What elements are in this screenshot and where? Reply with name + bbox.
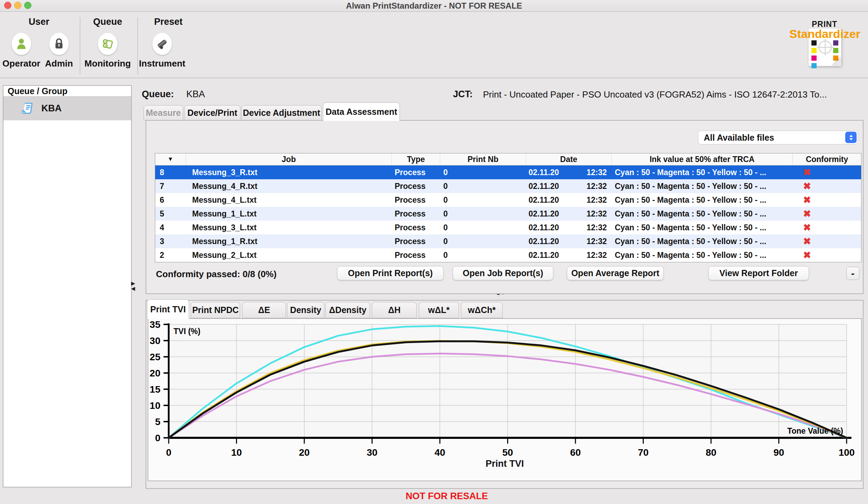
- svg-text:80: 80: [706, 447, 716, 458]
- tvi-chart-panel: 051015202530350102030405060708090100TVI …: [148, 318, 862, 481]
- open-average-report-button[interactable]: Open Average Report: [567, 266, 664, 280]
- collapse-table-button[interactable]: -: [846, 267, 859, 280]
- type-column-header[interactable]: Type: [392, 153, 440, 165]
- svg-text:90: 90: [773, 447, 784, 458]
- admin-label: Admin: [45, 58, 73, 69]
- svg-text:15: 15: [150, 384, 160, 395]
- admin-oval: [49, 32, 69, 55]
- view-report-folder-button[interactable]: View Report Folder: [708, 266, 809, 280]
- table-row[interactable]: 6Messung_4_L.txtProcess002.11.2012:32Cya…: [155, 193, 861, 207]
- monitoring-button[interactable]: Monitoring: [78, 32, 137, 69]
- open-print-reports-button[interactable]: Open Print Report(s): [337, 266, 444, 280]
- svg-text:20: 20: [299, 447, 309, 458]
- fail-icon: ✖: [803, 208, 811, 219]
- date-cell: 02.11.2012:32: [526, 179, 612, 193]
- tab-w-delta-l[interactable]: wΔL*: [419, 302, 459, 318]
- tab-delta-density[interactable]: ΔDensity: [325, 302, 370, 318]
- date-cell: 02.11.2012:32: [526, 193, 612, 207]
- select-stepper-icon: [845, 132, 857, 143]
- tab-delta-h[interactable]: ΔH: [372, 302, 417, 318]
- tab-w-delta-ch[interactable]: wΔCh*: [461, 302, 503, 318]
- row-number: 8: [155, 165, 186, 179]
- svg-text:20: 20: [150, 368, 160, 379]
- window-title: Alwan PrintStandardizer - NOT FOR RESALE: [0, 0, 868, 11]
- job-name: Messung_1_R.txt: [186, 234, 392, 248]
- conformity-column-header[interactable]: Conformity: [793, 153, 861, 165]
- tab-print-npdc[interactable]: Print NPDC: [191, 302, 240, 318]
- svg-text:30: 30: [150, 335, 160, 346]
- not-for-resale-watermark: NOT FOR RESALE: [395, 491, 499, 502]
- sidebar-item-kba[interactable]: KBA: [3, 97, 131, 120]
- date-cell: 02.11.2012:32: [526, 221, 612, 234]
- analysis-panel: 051015202530350102030405060708090100TVI …: [146, 300, 864, 489]
- sidebar-header: Queue / Group: [3, 86, 131, 97]
- job-name: Messung_1_L.txt: [186, 207, 392, 221]
- titlebar: Alwan PrintStandardizer - NOT FOR RESALE: [0, 0, 868, 12]
- toolbar: User Queue Preset Operator Admin: [0, 12, 868, 78]
- table-row[interactable]: 4Messung_3_L.txtProcess002.11.2012:32Cya…: [155, 221, 861, 234]
- row-number: 2: [155, 248, 186, 262]
- tab-device-print[interactable]: Device/Print: [184, 105, 240, 120]
- tab-print-tvi[interactable]: Print TVI: [147, 299, 189, 319]
- tab-delta-e[interactable]: ΔE: [242, 302, 286, 318]
- date-cell: 02.11.2012:32: [526, 234, 612, 248]
- tab-data-assessment[interactable]: Data Assessment: [323, 102, 400, 121]
- job-type: Process: [392, 234, 440, 248]
- files-filter-select[interactable]: All Available files: [698, 131, 858, 144]
- table-row[interactable]: 5Messung_1_L.txtProcess002.11.2012:32Cya…: [155, 207, 861, 221]
- print-nb: 0: [440, 221, 526, 234]
- registration-target-icon: [816, 38, 834, 56]
- date-cell: 02.11.2012:32: [526, 207, 612, 221]
- print-nb: 0: [440, 207, 526, 221]
- spectrophotometer-icon: [155, 37, 169, 51]
- ink-value: Cyan : 50 - Magenta : 50 - Yellow : 50 -…: [612, 207, 793, 221]
- print-nb: 0: [440, 179, 526, 193]
- fail-icon: ✖: [803, 194, 811, 205]
- sidebar-splitter[interactable]: ▶◀: [131, 281, 135, 291]
- logo-text-standardizer: Standardizer: [789, 27, 860, 41]
- print-nb: 0: [440, 165, 526, 179]
- tab-measure[interactable]: Measure: [144, 105, 183, 120]
- queue-label: Queue:: [142, 89, 174, 100]
- data-assessment-panel: All Available files ▼ Job Type Print Nb …: [146, 120, 864, 294]
- table-row[interactable]: 3Messung_1_R.txtProcess002.11.2012:32Cya…: [155, 234, 861, 248]
- svg-text:40: 40: [434, 447, 445, 458]
- job-type: Process: [392, 248, 440, 262]
- tab-density[interactable]: Density: [287, 302, 324, 318]
- job-name: Messung_3_R.txt: [186, 165, 392, 179]
- conformity-cell: ✖: [793, 193, 861, 207]
- sort-column-header[interactable]: ▼: [155, 153, 186, 165]
- ink-value: Cyan : 50 - Magenta : 50 - Yellow : 50 -…: [612, 234, 793, 248]
- job-name: Messung_2_L.txt: [186, 248, 392, 262]
- jct-label: JCT:: [453, 89, 473, 100]
- row-number: 7: [155, 179, 186, 193]
- toolbar-group-user-label: User: [29, 17, 49, 27]
- instrument-button[interactable]: Instrument: [133, 32, 191, 69]
- svg-text:50: 50: [502, 447, 513, 458]
- job-type: Process: [392, 193, 440, 207]
- toolbar-group-preset-label: Preset: [154, 17, 183, 27]
- lock-icon: [53, 37, 65, 51]
- queue-document-icon: [21, 101, 34, 116]
- date-cell: 02.11.2012:32: [526, 165, 612, 179]
- date-cell: 02.11.2012:32: [526, 248, 612, 262]
- jct-value: Print - Uncoated Paper - PSO Uncoated v3…: [483, 89, 867, 100]
- open-job-reports-button[interactable]: Open Job Report(s): [453, 266, 553, 280]
- tab-device-adjustment[interactable]: Device Adjustment: [241, 105, 322, 120]
- conformity-cell: ✖: [793, 221, 861, 234]
- print-nb: 0: [440, 193, 526, 207]
- date-column-header[interactable]: Date: [526, 153, 612, 165]
- table-row[interactable]: 8Messung_3_R.txtProcess002.11.2012:32Cya…: [155, 165, 861, 179]
- queue-value: KBA: [186, 89, 205, 100]
- job-type: Process: [392, 179, 440, 193]
- logo-swatches-left: [811, 40, 817, 68]
- table-row[interactable]: 7Messung_4_R.txtProcess002.11.2012:32Cya…: [155, 179, 861, 193]
- conformity-cell: ✖: [793, 179, 861, 193]
- svg-text:0: 0: [166, 447, 171, 458]
- instrument-label: Instrument: [139, 58, 185, 69]
- ink-column-header[interactable]: Ink value at 50% after TRCA: [612, 153, 793, 165]
- table-row[interactable]: 2Messung_2_L.txtProcess002.11.2012:32Cya…: [155, 248, 861, 262]
- job-column-header[interactable]: Job: [186, 153, 392, 165]
- printnb-column-header[interactable]: Print Nb: [440, 153, 526, 165]
- job-type: Process: [392, 207, 440, 221]
